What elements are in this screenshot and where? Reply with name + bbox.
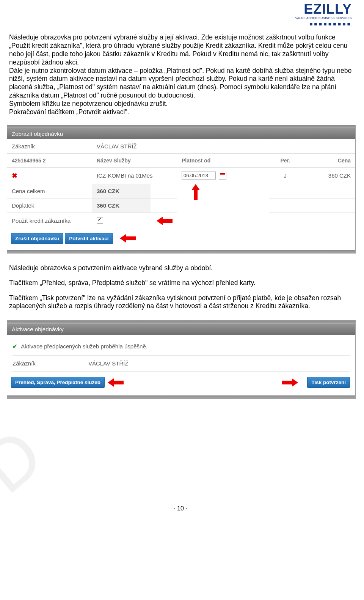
success-message: Aktivace předplacených služeb proběhla ú… (21, 343, 147, 350)
use-credit-label: Použít kredit zákazníka (7, 213, 92, 229)
intro-text: Následuje obrazovka pro potvrzení vybran… (9, 33, 352, 117)
total-value: 360 CZK (92, 184, 151, 198)
page-number: - 10 - (9, 505, 352, 512)
customer-value: VÁCLAV STŘÍŽ (92, 139, 177, 154)
logo-subtitle: VALUE ADDED BUSINESS SERVICES (295, 17, 352, 20)
col-valid-from: Platnost od (177, 153, 269, 167)
price-value: 360 CZK (301, 167, 355, 184)
activation-screenshot: Aktivace objednávky ✔ Aktivace předplace… (7, 320, 356, 399)
confirm-activation-button[interactable]: Potvrdit aktivaci (65, 233, 113, 244)
paragraph-7: Tlačítkem „Tisk potvrzení" lze na vyžádá… (9, 294, 352, 311)
card-id: 4251643965 2 (7, 153, 92, 167)
surcharge-label: Doplatek (7, 198, 92, 213)
panel-title: Zobrazit objednávku (7, 128, 355, 139)
surcharge-value: 360 CZK (92, 198, 151, 213)
use-credit-checkbox[interactable] (97, 217, 103, 224)
mid-text: Následuje obrazovka s potvrzením aktivac… (9, 264, 352, 311)
arrow-left-icon (118, 234, 136, 243)
paragraph-4: Pokračování tlačítkem „Potvrdit aktivaci… (9, 108, 352, 117)
arrow-up-icon (191, 183, 200, 200)
customer2-value: VÁCLAV STŘÍŽ (88, 360, 129, 367)
cancel-order-button[interactable]: Zrušit objednávku (11, 233, 63, 244)
paragraph-2: Dále je nutno zkontrolovat datum aktivac… (9, 67, 352, 100)
service-name: ICZ-KOMBI na 01Mes (92, 167, 177, 184)
valid-from-input[interactable]: 06.05.2013 (182, 172, 216, 180)
overview-button[interactable]: Přehled, Správa, Předplatné služeb (11, 377, 105, 388)
logo-title: EZILLY (295, 2, 352, 16)
logo-decoration: ■■■■■■■■■ (295, 21, 352, 27)
paragraph-5: Následuje obrazovka s potvrzením aktivac… (9, 264, 352, 272)
print-confirmation-button[interactable]: Tisk potvrzení (307, 377, 350, 388)
arrow-right-icon (282, 378, 300, 387)
watermark: D (0, 409, 61, 509)
arrow-left-icon (106, 378, 124, 387)
customer-label: Zákazník (7, 139, 92, 154)
customer2-label: Zákazník (13, 360, 88, 367)
col-price: Cena (301, 153, 355, 167)
total-label: Cena celkem (7, 184, 92, 198)
success-check-icon: ✔ (13, 343, 17, 350)
period-value: J (269, 167, 301, 184)
col-service: Název Služby (92, 153, 177, 167)
logo-block: EZILLY VALUE ADDED BUSINESS SERVICES ■■■… (295, 2, 352, 27)
panel2-title: Aktivace objednávky (7, 324, 355, 335)
paragraph-6: Tlačítkem „Přehled, správa, Předplatné s… (9, 279, 352, 287)
col-period: Per. (269, 153, 301, 167)
order-screenshot: Zobrazit objednávku Zákazník VÁCLAV STŘÍ… (7, 125, 356, 254)
paragraph-3: Symbolem křížku lze nepotvrzenou objedná… (9, 100, 352, 108)
calendar-icon[interactable] (219, 172, 226, 180)
arrow-left-icon (155, 217, 173, 225)
paragraph-1: Následuje obrazovka pro potvrzení vybran… (9, 33, 352, 67)
cancel-row-icon[interactable]: ✖ (12, 172, 17, 180)
